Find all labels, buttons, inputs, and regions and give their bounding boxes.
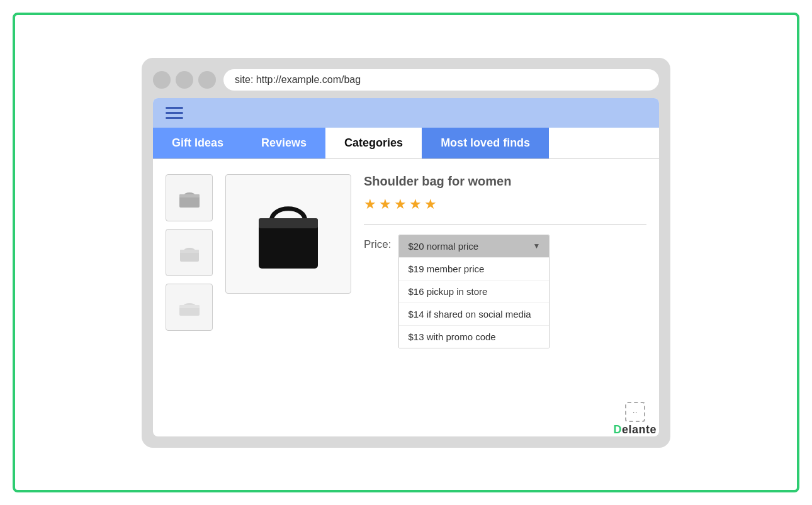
svg-rect-3 [180, 250, 199, 253]
browser-content: Gift Ideas Reviews Categories Most loved… [153, 98, 659, 436]
svg-rect-0 [179, 196, 200, 208]
divider [364, 224, 646, 225]
thumbnails [166, 174, 213, 421]
thumb-bag-icon-1 [176, 184, 203, 211]
address-bar[interactable]: site: http://example.com/bag [223, 69, 659, 91]
dropdown-option-3[interactable]: $14 if shared on social media [399, 302, 549, 325]
product-info: Shoulder bag for women ★ ★ ★ ★ ★ Price: [364, 174, 646, 421]
delante-brand-text: Delante [613, 423, 657, 436]
dropdown-option-4[interactable]: $13 with promo code [399, 325, 549, 348]
delante-face-icon: ·· [625, 402, 645, 422]
svg-rect-7 [259, 218, 318, 228]
star-4: ★ [409, 196, 422, 213]
browser-dots [153, 71, 216, 89]
star-2: ★ [379, 196, 392, 213]
star-3: ★ [394, 196, 407, 213]
browser-window: site: http://example.com/bag Gift Ideas … [142, 58, 670, 448]
thumb-bag-icon-2 [176, 238, 203, 266]
dropdown-option-2[interactable]: $16 pickup in store [399, 280, 549, 302]
main-content: Shoulder bag for women ★ ★ ★ ★ ★ Price: [153, 159, 659, 436]
hamburger-line-3 [166, 117, 183, 119]
star-5: ★ [424, 196, 437, 213]
svg-rect-6 [259, 221, 318, 269]
price-row: Price: $20 normal price ▼ $19 member pri… [364, 235, 646, 348]
delante-logo: ·· Delante [613, 402, 657, 436]
tab-gift-ideas[interactable]: Gift Ideas [153, 128, 242, 158]
price-dropdown[interactable]: $20 normal price ▼ $19 member price $16 … [398, 235, 550, 348]
delante-d-letter: D [613, 423, 622, 436]
svg-rect-2 [180, 252, 199, 262]
tab-most-loved[interactable]: Most loved finds [422, 128, 549, 158]
hamburger-line-1 [166, 107, 183, 109]
browser-chrome: site: http://example.com/bag [153, 69, 659, 91]
thumbnail-1[interactable] [166, 174, 213, 221]
stars-row: ★ ★ ★ ★ ★ [364, 196, 646, 213]
browser-dot-1 [153, 71, 171, 89]
dropdown-selected[interactable]: $20 normal price ▼ [399, 235, 549, 257]
dropdown-option-1[interactable]: $19 member price [399, 257, 549, 280]
nav-header [153, 98, 659, 128]
tab-reviews[interactable]: Reviews [242, 128, 325, 158]
browser-dot-2 [176, 71, 193, 89]
delante-rest: elante [622, 423, 657, 436]
thumbnail-2[interactable] [166, 229, 213, 276]
hamburger-line-2 [166, 112, 183, 114]
svg-rect-5 [179, 305, 200, 308]
dropdown-selected-text: $20 normal price [408, 241, 478, 252]
svg-rect-4 [179, 307, 200, 316]
dropdown-arrow-icon: ▼ [533, 241, 541, 250]
hamburger-menu[interactable] [166, 107, 183, 119]
main-bag-svg [247, 187, 329, 281]
svg-rect-1 [179, 194, 200, 197]
thumb-bag-icon-3 [176, 293, 203, 321]
address-text: site: http://example.com/bag [235, 74, 361, 86]
product-title: Shoulder bag for women [364, 174, 646, 189]
browser-dot-3 [198, 71, 216, 89]
tabs-bar: Gift Ideas Reviews Categories Most loved… [153, 128, 659, 159]
tab-categories[interactable]: Categories [325, 128, 422, 158]
main-product-image [225, 174, 351, 294]
thumbnail-3[interactable] [166, 284, 213, 331]
star-1: ★ [364, 196, 376, 213]
outer-border: site: http://example.com/bag Gift Ideas … [13, 13, 799, 492]
price-label: Price: [364, 235, 391, 251]
